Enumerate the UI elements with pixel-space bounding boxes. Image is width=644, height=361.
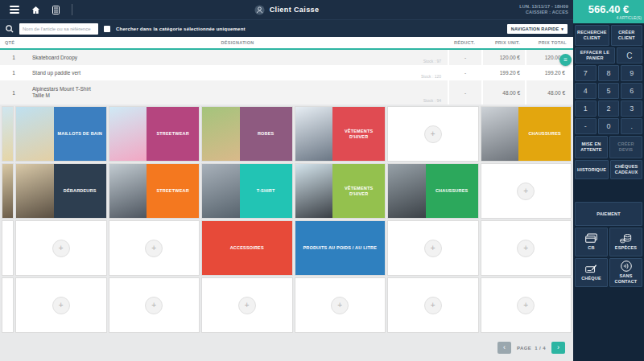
- cart-row-reduction: -: [448, 50, 481, 65]
- category-tile[interactable]: T-SHIRT: [201, 163, 293, 219]
- plus-icon: +: [52, 240, 70, 257]
- creer-client-button[interactable]: CRÉER CLIENT: [611, 25, 642, 46]
- empty-category-tile[interactable]: +: [387, 220, 479, 276]
- cashier-label: CAISSIER : ACCES: [519, 10, 568, 15]
- category-label: STREETWEAR: [147, 107, 199, 161]
- cart-total-amount: 566.40 €: [573, 4, 644, 15]
- numpad-key-4[interactable]: 4: [575, 83, 597, 99]
- creer-devis-button[interactable]: CRÉER DEVIS: [609, 136, 642, 158]
- category-tile[interactable]: MAILLOTS DE BAIN: [15, 106, 107, 162]
- main-area: Client Caisse LUN. 13/11/17 - 18H09 CAIS…: [0, 0, 573, 361]
- empty-category-tile[interactable]: +: [387, 277, 479, 333]
- category-tile[interactable]: STREETWEAR: [109, 163, 200, 219]
- search-icon: [6, 25, 14, 33]
- cart-row[interactable]: 1Stand up paddle vertStock : 120-199.20 …: [0, 65, 573, 80]
- plus-icon: +: [331, 297, 349, 314]
- numpad-key-1[interactable]: 1: [575, 101, 597, 117]
- cart-rows: 1Skateboard DroopyStock : 97-120.00 €120…: [0, 50, 573, 105]
- payment-cb-button[interactable]: CB: [575, 228, 608, 256]
- cart-row-qty: 1: [0, 65, 27, 80]
- cart-row-unit-price: 48.00 €: [481, 80, 525, 105]
- numpad-key-8[interactable]: 8: [598, 65, 620, 81]
- menu-icon[interactable]: [10, 6, 19, 14]
- payment-label: CB: [588, 245, 594, 251]
- empty-category-tile[interactable]: +: [481, 277, 572, 333]
- cart-list-badge[interactable]: ≡: [559, 54, 572, 66]
- category-tile[interactable]: ROBES: [201, 106, 293, 162]
- cart-row-designation: Skateboard DroopyStock : 97: [27, 50, 448, 65]
- cart-col-unit-price: PRIX UNIT.: [481, 40, 525, 45]
- cheques-cadeaux-button[interactable]: CHÈQUES CADEAUX: [610, 160, 642, 179]
- cart-row-stock: Stock : 120: [421, 73, 441, 80]
- pagination: ‹ PAGE 1 / 4 ›: [0, 334, 573, 361]
- home-icon[interactable]: [31, 6, 40, 14]
- page-next-button[interactable]: ›: [551, 342, 565, 354]
- payment-sans-contact-button[interactable]: SANS CONTACT: [609, 258, 642, 287]
- empty-category-tile[interactable]: +: [481, 163, 572, 219]
- cheque-icon: [585, 264, 597, 274]
- category-tile[interactable]: CHAUSSURES: [387, 163, 479, 219]
- register-icon[interactable]: [52, 6, 60, 14]
- empty-category-tile[interactable]: +: [109, 220, 200, 276]
- numpad-key-2[interactable]: 2: [598, 101, 620, 117]
- cart-row-unit-price: 199.20 €: [481, 65, 525, 80]
- category-label: ROBES: [240, 107, 292, 161]
- category-tile[interactable]: ACCESSOIRES: [201, 220, 293, 276]
- category-tile[interactable]: VÊTEMENTS D'HIVER: [295, 106, 386, 162]
- empty-category-tile[interactable]: +: [109, 277, 200, 333]
- effacer-panier-button[interactable]: EFFACER LE PANIER: [575, 47, 615, 64]
- cart-row[interactable]: 1Alpinestars Mount T-ShirtTaille MStock …: [0, 80, 573, 105]
- recherche-client-button[interactable]: RECHERCHE CLIENT: [575, 25, 609, 46]
- category-tile[interactable]: VÊTEMENTS D'HIVER: [295, 163, 386, 219]
- paiement-button[interactable]: PAIEMENT: [575, 202, 642, 226]
- numpad-key--[interactable]: -: [575, 118, 597, 134]
- cart-row[interactable]: 1Skateboard DroopyStock : 97-120.00 €120…: [0, 50, 573, 65]
- empty-category-tile[interactable]: +: [15, 220, 107, 276]
- partial-tile: [2, 163, 14, 219]
- cart-row-designation: Alpinestars Mount T-ShirtTaille MStock :…: [27, 80, 448, 105]
- search-input[interactable]: [19, 23, 98, 35]
- mise-en-attente-button[interactable]: MISE EN ATTENTE: [575, 136, 608, 158]
- historique-button[interactable]: HISTORIQUE: [575, 160, 609, 179]
- numpad-key-.[interactable]: .: [621, 118, 642, 134]
- category-photo: [16, 107, 54, 161]
- page-title-label: Client Caisse: [270, 6, 320, 14]
- sidebar-spacer: [575, 181, 642, 200]
- category-label: VÊTEMENTS D'HIVER: [332, 107, 385, 161]
- partial-tile: [2, 220, 14, 276]
- empty-category-tile[interactable]: +: [481, 220, 572, 276]
- category-photo: [481, 107, 519, 161]
- empty-category-tile[interactable]: +: [15, 277, 107, 333]
- empty-category-tile[interactable]: +: [387, 106, 479, 162]
- numpad-key-9[interactable]: 9: [621, 65, 642, 81]
- numpad-key-7[interactable]: 7: [575, 65, 597, 81]
- numpad-key-clear[interactable]: C: [617, 47, 642, 64]
- coins-icon: [620, 233, 632, 244]
- numpad-key-6[interactable]: 6: [621, 83, 642, 99]
- numpad-key-3[interactable]: 3: [621, 101, 642, 117]
- page-prev-button[interactable]: ‹: [497, 342, 511, 354]
- category-label: VÊTEMENTS D'HIVER: [332, 164, 385, 218]
- sidebar: 566.40 € 4 ARTICLE(S) RECHERCHE CLIENT C…: [573, 0, 644, 361]
- cart-col-total-price: PRIX TOTAL: [525, 40, 573, 45]
- quick-navigation-dropdown[interactable]: NAVIGATION RAPIDE ▾: [507, 24, 568, 34]
- numpad-key-5[interactable]: 5: [598, 83, 620, 99]
- category-only-checkbox[interactable]: [104, 26, 110, 32]
- empty-category-tile[interactable]: +: [201, 277, 293, 333]
- category-grid-row: DÉBARDEURSSTREETWEART-SHIRTVÊTEMENTS D'H…: [2, 163, 572, 219]
- category-grid-row: MAILLOTS DE BAINSTREETWEARROBESVÊTEMENTS…: [2, 106, 572, 162]
- empty-category-tile[interactable]: +: [295, 277, 386, 333]
- payment-ch-que-button[interactable]: CHÈQUE: [575, 258, 608, 287]
- payment-label: SANS CONTACT: [612, 273, 640, 285]
- category-tile[interactable]: PRODUITS AU POIDS / AU LITRE: [295, 220, 386, 276]
- category-photo: [202, 107, 240, 161]
- cart-total-box: 566.40 € 4 ARTICLE(S): [573, 0, 644, 23]
- cart-row-stock: Stock : 97: [423, 58, 441, 64]
- category-tile[interactable]: STREETWEAR: [109, 106, 200, 162]
- category-tile[interactable]: CHAUSSURES: [481, 106, 572, 162]
- numpad-key-0[interactable]: 0: [598, 118, 620, 134]
- page-indicator: PAGE 1 / 4: [517, 346, 546, 351]
- payment-esp-ces-button[interactable]: ESPÈCES: [609, 228, 642, 256]
- payment-label: ESPÈCES: [615, 245, 637, 251]
- category-tile[interactable]: DÉBARDEURS: [15, 163, 107, 219]
